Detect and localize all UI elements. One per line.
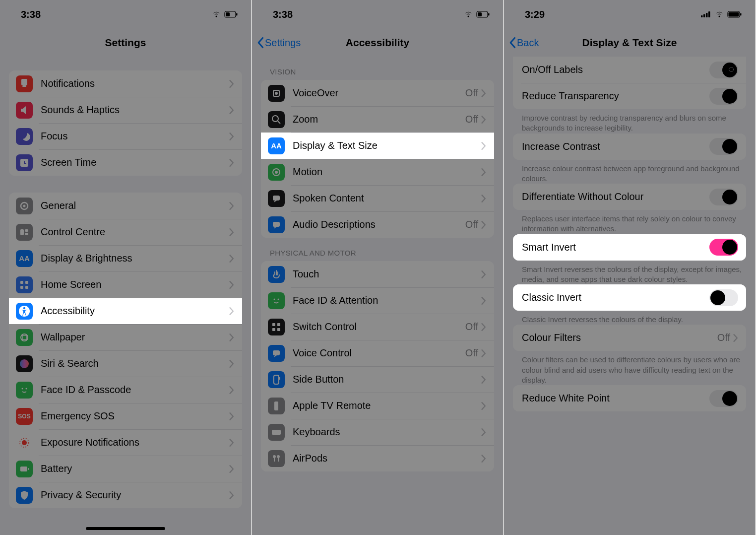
row-label: Spoken Content xyxy=(293,193,481,204)
toggle-switch[interactable] xyxy=(709,138,738,155)
svg-rect-86 xyxy=(708,11,710,17)
back-label: Settings xyxy=(265,37,301,49)
row-value: Off xyxy=(465,347,478,359)
section-header: Physical and Motor xyxy=(252,238,503,261)
cellular-icon xyxy=(700,11,711,18)
svg-text:AA: AA xyxy=(271,141,282,150)
home-indicator[interactable] xyxy=(86,527,165,530)
svg-rect-41 xyxy=(28,468,29,470)
svg-rect-19 xyxy=(16,276,33,293)
list-item[interactable]: Control Centre xyxy=(9,219,242,245)
list-item[interactable]: Voice ControlOff xyxy=(261,340,494,366)
list-item[interactable]: Wallpaper xyxy=(9,324,242,350)
list-item[interactable]: Reduce White Point xyxy=(513,385,746,411)
list-item[interactable]: Smart Invert xyxy=(513,234,746,261)
faceatt-icon xyxy=(268,292,285,309)
chevron-right-icon xyxy=(481,376,486,384)
list-item[interactable]: Side Button xyxy=(261,366,494,393)
row-value: Off xyxy=(465,114,478,125)
list-item[interactable]: Increase Contrast xyxy=(513,134,746,160)
list-item[interactable]: Home Screen xyxy=(9,271,242,298)
svg-rect-49 xyxy=(268,111,285,128)
back-button[interactable]: Back xyxy=(509,37,539,49)
back-button[interactable]: Settings xyxy=(257,37,301,49)
display-icon: AA xyxy=(16,250,33,267)
list-item[interactable]: Differentiate Without Colour xyxy=(513,184,746,210)
list-item[interactable]: Keyboards xyxy=(261,419,494,445)
list-item[interactable]: Notifications xyxy=(9,70,242,97)
accessibility-content[interactable]: VisionVoiceOverOffZoomOffAADisplay & Tex… xyxy=(252,57,503,535)
list-item[interactable]: Touch xyxy=(261,261,494,287)
list-item[interactable]: Sounds & Haptics xyxy=(9,97,242,123)
list-item[interactable]: Apple TV Remote xyxy=(261,393,494,419)
list-item[interactable]: Face ID & Passcode xyxy=(9,377,242,403)
list-item[interactable]: On/Off Labels xyxy=(513,57,746,83)
list-item[interactable]: Reduce Transparency xyxy=(513,83,746,109)
list-item[interactable]: AADisplay & Text Size xyxy=(261,133,494,159)
list-item[interactable]: General xyxy=(9,193,242,219)
chevron-left-icon xyxy=(257,37,265,49)
row-label: Screen Time xyxy=(41,157,229,168)
svg-rect-73 xyxy=(279,377,280,380)
chevron-right-icon xyxy=(229,465,234,473)
svg-rect-31 xyxy=(16,382,33,399)
row-label: Classic Invert xyxy=(522,292,709,303)
chevron-right-icon xyxy=(229,255,234,263)
chevron-right-icon xyxy=(229,106,234,114)
svg-rect-85 xyxy=(706,13,708,17)
wallpaper-icon xyxy=(16,329,33,346)
list-item[interactable]: Switch ControlOff xyxy=(261,314,494,340)
toggle-switch[interactable] xyxy=(709,390,738,407)
motion-icon xyxy=(268,164,285,181)
nav-bar: Settings xyxy=(0,29,251,57)
list-item[interactable]: Siri & Search xyxy=(9,350,242,377)
svg-rect-23 xyxy=(25,286,28,289)
list-item[interactable]: SOSEmergency SOS xyxy=(9,403,242,429)
list-item[interactable]: ZoomOff xyxy=(261,106,494,133)
toggle-switch[interactable] xyxy=(709,88,738,105)
svg-point-37 xyxy=(22,440,27,445)
list-item[interactable]: Battery xyxy=(9,456,242,482)
list-item[interactable]: Spoken Content xyxy=(261,185,494,211)
list-item[interactable]: Face ID & Attention xyxy=(261,287,494,314)
status-bar: 3:38 xyxy=(0,0,251,29)
toggle-switch[interactable] xyxy=(709,239,738,256)
svg-rect-61 xyxy=(268,292,285,309)
list-item[interactable]: Accessibility xyxy=(9,298,242,324)
switch-icon xyxy=(268,319,285,335)
list-item[interactable]: Privacy & Security xyxy=(9,482,242,508)
list-item[interactable]: VoiceOverOff xyxy=(261,80,494,106)
list-item[interactable]: AirPods xyxy=(261,445,494,471)
list-item[interactable]: AADisplay & Brightness xyxy=(9,245,242,271)
row-value: Off xyxy=(465,87,478,99)
list-item[interactable]: Focus xyxy=(9,123,242,149)
chevron-right-icon xyxy=(481,428,486,436)
list-item[interactable]: Exposure Notifications xyxy=(9,429,242,456)
settings-group: TouchFace ID & AttentionSwitch ControlOf… xyxy=(261,261,494,471)
svg-rect-78 xyxy=(268,450,285,467)
chevron-right-icon xyxy=(481,195,486,202)
section-footer: Increase colour contrast between app for… xyxy=(504,160,755,184)
display-text-content[interactable]: On/Off LabelsReduce TransparencyImprove … xyxy=(504,57,755,535)
status-icons xyxy=(700,11,742,18)
svg-rect-2 xyxy=(236,13,238,16)
list-item[interactable]: Colour FiltersOff xyxy=(513,325,746,351)
chevron-right-icon xyxy=(481,402,486,410)
toggle-switch[interactable] xyxy=(709,289,738,306)
svg-rect-66 xyxy=(277,323,280,326)
nav-bar: Back Display & Text Size xyxy=(504,29,755,57)
spoken-icon xyxy=(268,190,285,207)
list-item[interactable]: Audio DescriptionsOff xyxy=(261,211,494,238)
settings-content[interactable]: NotificationsSounds & HapticsFocusScreen… xyxy=(0,57,251,535)
list-item[interactable]: Motion xyxy=(261,159,494,185)
list-item[interactable]: Screen Time xyxy=(9,149,242,176)
svg-rect-75 xyxy=(274,401,278,410)
toggle-switch[interactable] xyxy=(709,189,738,205)
svg-rect-65 xyxy=(272,323,275,326)
section-footer: Classic Invert reverses the colours of t… xyxy=(504,311,755,325)
settings-group: Reduce White Point xyxy=(513,385,746,411)
page-title: Display & Text Size xyxy=(582,37,677,49)
toggle-switch[interactable] xyxy=(709,62,738,78)
wifi-icon xyxy=(714,11,724,18)
list-item[interactable]: Classic Invert xyxy=(513,284,746,311)
